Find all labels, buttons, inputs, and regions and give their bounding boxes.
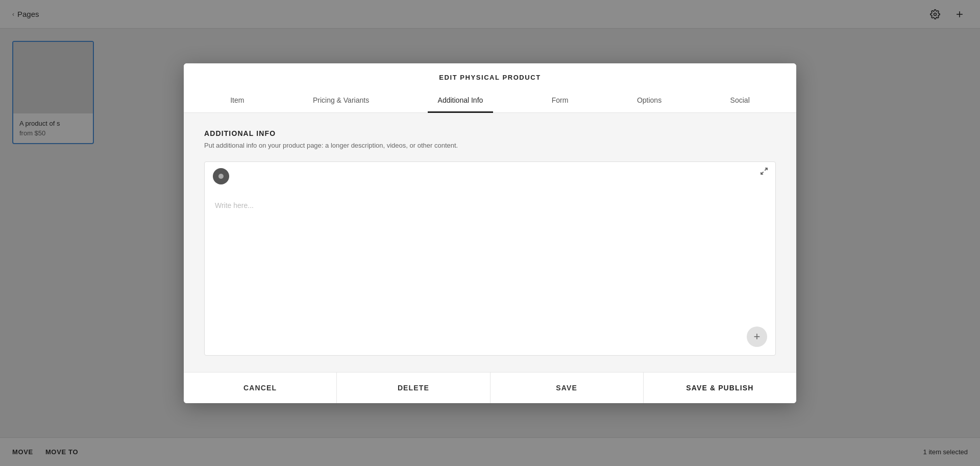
modal-tabs: Item Pricing & Variants Additional Info … bbox=[196, 90, 784, 112]
tab-options[interactable]: Options bbox=[627, 91, 672, 113]
tab-item[interactable]: Item bbox=[220, 91, 254, 113]
modal-overlay: EDIT PHYSICAL PRODUCT Item Pricing & Var… bbox=[0, 0, 980, 466]
text-style-button[interactable] bbox=[213, 168, 229, 184]
delete-button[interactable]: DELETE bbox=[337, 372, 490, 403]
cancel-button[interactable]: CANCEL bbox=[184, 372, 337, 403]
modal-footer: CANCEL DELETE SAVE SAVE & PUBLISH bbox=[184, 372, 796, 403]
rich-text-editor[interactable]: Write here... + bbox=[204, 161, 776, 356]
tab-social[interactable]: Social bbox=[720, 91, 760, 113]
plus-icon: + bbox=[754, 331, 761, 342]
editor-content-area[interactable]: Write here... bbox=[205, 191, 775, 344]
modal-header: EDIT PHYSICAL PRODUCT Item Pricing & Var… bbox=[184, 63, 796, 113]
edit-product-modal: EDIT PHYSICAL PRODUCT Item Pricing & Var… bbox=[184, 63, 796, 403]
tab-form[interactable]: Form bbox=[542, 91, 579, 113]
text-style-icon bbox=[218, 174, 224, 179]
save-publish-button[interactable]: SAVE & PUBLISH bbox=[644, 372, 796, 403]
modal-title: EDIT PHYSICAL PRODUCT bbox=[196, 74, 784, 81]
section-title: ADDITIONAL INFO bbox=[204, 129, 776, 137]
save-button[interactable]: SAVE bbox=[491, 372, 644, 403]
add-content-button[interactable]: + bbox=[747, 327, 767, 347]
section-description: Put additional info on your product page… bbox=[204, 142, 776, 149]
editor-placeholder: Write here... bbox=[215, 201, 254, 209]
tab-additional-info[interactable]: Additional Info bbox=[428, 91, 494, 113]
expand-icon[interactable] bbox=[760, 167, 768, 177]
modal-body: ADDITIONAL INFO Put additional info on y… bbox=[184, 113, 796, 372]
tab-pricing[interactable]: Pricing & Variants bbox=[303, 91, 379, 113]
